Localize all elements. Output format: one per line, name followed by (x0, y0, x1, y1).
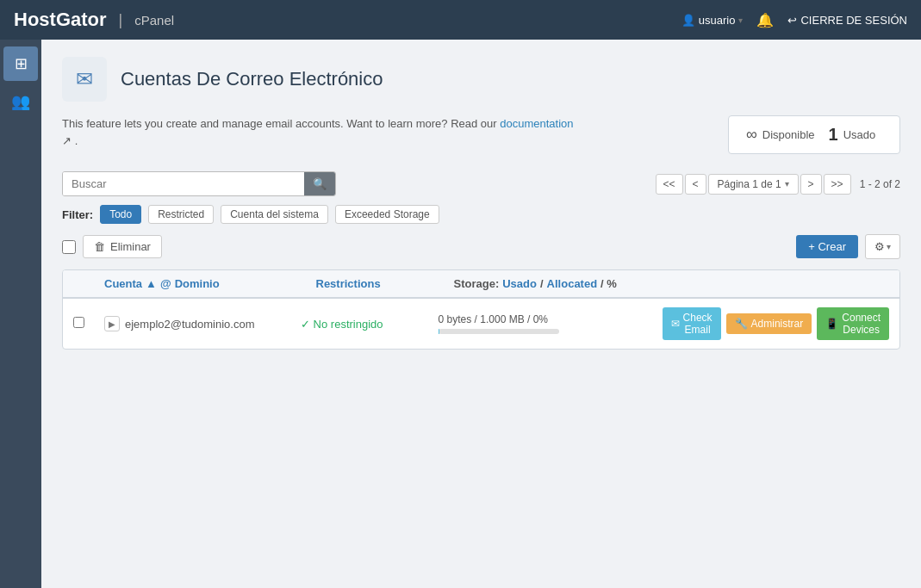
user-icon: 👤 (681, 14, 695, 27)
sidebar-item-users[interactable]: 👥 (3, 84, 38, 119)
th-storage-label: Storage: (454, 277, 500, 290)
th-storage-slash: / (540, 277, 544, 290)
user-menu[interactable]: 👤 usuario ▾ (681, 14, 744, 27)
page-title: Cuentas De Correo Electrónico (121, 68, 383, 90)
pagination-next-button[interactable]: > (800, 174, 822, 195)
info-bar: This feature lets you create and manage … (62, 115, 900, 154)
filter-system-button[interactable]: Cuenta del sistema (221, 205, 328, 224)
top-navigation: HostGator | cPanel 👤 usuario ▾ 🔔 ↩ CIERR… (0, 0, 921, 40)
pagination-info[interactable]: Página 1 de 1 ▾ (708, 174, 799, 195)
th-restrictions: Restrictions (316, 277, 454, 290)
table-header: Cuenta ▲ @ Dominio Restrictions Storage:… (63, 270, 899, 299)
create-button[interactable]: + Crear (796, 235, 858, 258)
row-storage-cell: 0 bytes / 1.000 MB / 0% (439, 313, 663, 334)
row-restriction-cell: ✓ No restringido (301, 318, 439, 331)
email-icon: ✉ (76, 67, 93, 91)
filter-todo-button[interactable]: Todo (100, 205, 141, 224)
disponible-section: ∞ Disponible (746, 126, 815, 144)
check-email-icon: ✉ (671, 318, 680, 330)
notification-bell-icon[interactable]: 🔔 (756, 12, 774, 28)
pagination-prev-button[interactable]: < (685, 174, 706, 195)
th-account-label: Cuenta (104, 277, 142, 290)
row-email: ejemplo2@tudominio.com (125, 318, 255, 331)
logout-label: CIERRE DE SESIÓN (800, 14, 907, 27)
th-domain-label: Dominio (175, 277, 220, 290)
logout-button[interactable]: ↩ CIERRE DE SESIÓN (787, 14, 907, 27)
email-accounts-table: Cuenta ▲ @ Dominio Restrictions Storage:… (62, 269, 900, 350)
infinity-icon: ∞ (746, 126, 757, 144)
storage-bar (439, 329, 439, 334)
hostgator-logo: HostGator (14, 9, 107, 31)
phone-icon: 📱 (825, 318, 838, 330)
pagination-last-button[interactable]: >> (824, 174, 851, 195)
filter-label: Filter: (62, 208, 93, 221)
check-email-button[interactable]: ✉ Check Email (663, 307, 721, 340)
documentation-link[interactable]: documentation (500, 117, 573, 130)
connect-devices-button[interactable]: 📱 Connect Devices (817, 307, 889, 340)
search-input-wrap: 🔍 (62, 171, 336, 196)
gear-icon: ⚙ (874, 240, 885, 253)
brand: HostGator | cPanel (14, 9, 174, 31)
filter-row: Filter: Todo Restricted Cuenta del siste… (62, 205, 900, 224)
row-storage-text: 0 bytes / 1.000 MB / 0% (439, 313, 548, 325)
select-all-checkbox[interactable] (62, 240, 76, 254)
filter-exceeded-button[interactable]: Exceeded Storage (335, 205, 439, 224)
administrar-button[interactable]: 🔧 Administrar (726, 313, 812, 334)
row-checkbox[interactable] (73, 317, 84, 328)
topnav-right: 👤 usuario ▾ 🔔 ↩ CIERRE DE SESIÓN (681, 12, 907, 28)
info-text-before: This feature lets you create and manage … (62, 117, 497, 130)
delete-button[interactable]: 🗑 Eliminar (83, 235, 162, 258)
pagination-first-button[interactable]: << (656, 174, 683, 195)
pagination-page-text: Página 1 de 1 (718, 178, 781, 190)
search-button[interactable]: 🔍 (304, 172, 335, 195)
pagination: << < Página 1 de 1 ▾ > >> 1 - 2 of 2 (656, 174, 901, 195)
logout-icon: ↩ (787, 14, 797, 27)
search-input[interactable] (63, 172, 304, 195)
row-email-cell: ▶ ejemplo2@tudominio.com (104, 316, 301, 331)
create-label: + Crear (808, 240, 846, 253)
pagination-chevron-icon: ▾ (785, 179, 789, 189)
search-row: 🔍 << < Página 1 de 1 ▾ > >> 1 - 2 of 2 (62, 171, 900, 196)
storage-bar-wrap (439, 329, 559, 334)
brand-divider: | (119, 11, 123, 29)
pagination-count: 1 - 2 of 2 (860, 178, 900, 190)
usado-label: Usado (843, 128, 876, 141)
gear-button[interactable]: ⚙ ▾ (865, 234, 900, 259)
chevron-down-icon: ▾ (738, 15, 743, 25)
page-icon: ✉ (62, 57, 107, 102)
main-layout: ⊞ 👥 ✉ Cuentas De Correo Electrónico This… (0, 40, 921, 588)
row-actions-cell: ✉ Check Email 🔧 Administrar 📱 Connect De… (663, 307, 889, 340)
usado-section: 1 Usado (829, 125, 876, 145)
delete-label: Eliminar (110, 240, 151, 253)
disponible-label: Disponible (762, 128, 815, 141)
th-storage: Storage: Usado / Allocated / % (454, 277, 678, 290)
main-content: ✉ Cuentas De Correo Electrónico This fea… (41, 40, 921, 588)
row-restriction-text: No restringido (314, 318, 383, 331)
row-expand-button[interactable]: ▶ (104, 316, 120, 331)
th-storage-used[interactable]: Usado (502, 277, 537, 290)
th-storage-allocated[interactable]: Allocated (547, 277, 598, 290)
external-link-icon: ↗ (62, 134, 72, 147)
check-email-label: Check Email (683, 312, 713, 336)
connect-label: Connect Devices (842, 312, 881, 336)
sidebar: ⊞ 👥 (0, 40, 41, 588)
info-text: This feature lets you create and manage … (62, 115, 579, 149)
cpanel-label: cPanel (134, 13, 174, 28)
usado-count: 1 (829, 125, 838, 145)
restriction-check-icon: ✓ (301, 318, 310, 331)
sort-icon: ▲ (146, 277, 157, 290)
info-text-after: . (75, 134, 78, 147)
trash-icon: 🗑 (94, 240, 105, 253)
username-label: usuario (699, 14, 736, 27)
wrench-icon: 🔧 (735, 318, 748, 330)
row-checkbox-cell (73, 317, 104, 331)
th-restrictions-label: Restrictions (316, 277, 381, 290)
administrar-label: Administrar (751, 318, 804, 330)
filter-restricted-button[interactable]: Restricted (148, 205, 214, 224)
th-at: @ (160, 277, 171, 290)
th-account: Cuenta ▲ @ Dominio (104, 277, 316, 290)
usage-box: ∞ Disponible 1 Usado (728, 115, 900, 154)
gear-chevron-icon: ▾ (887, 242, 891, 251)
actions-row: 🗑 Eliminar + Crear ⚙ ▾ (62, 234, 900, 259)
sidebar-item-grid[interactable]: ⊞ (3, 46, 38, 81)
